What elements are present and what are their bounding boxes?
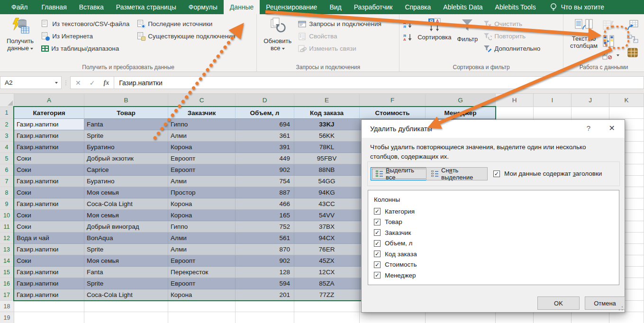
cell-D8[interactable]: 887 bbox=[236, 187, 294, 198]
advanced-filter-button[interactable]: Дополнительно bbox=[483, 44, 540, 54]
cell-A8[interactable]: Соки bbox=[14, 187, 84, 198]
text-to-columns-button[interactable]: Текст по столбцам bbox=[567, 16, 600, 51]
cell-C15[interactable]: Перекресток bbox=[168, 267, 236, 278]
cell-A9[interactable]: Газир.напитки bbox=[14, 198, 84, 210]
cell-B19[interactable] bbox=[84, 312, 168, 323]
cell-D13[interactable]: 870 bbox=[236, 244, 294, 255]
ribbon-tab-11[interactable]: Ablebits Data bbox=[437, 0, 489, 14]
cell-A10[interactable]: Соки bbox=[14, 210, 84, 221]
cell-C4[interactable]: Корона bbox=[168, 142, 236, 153]
cell-D12[interactable]: 561 bbox=[236, 233, 294, 244]
row-header-1[interactable]: 1 bbox=[0, 107, 14, 119]
cell-A15[interactable]: Газир.напитки bbox=[14, 267, 84, 278]
cell-E15[interactable]: 12CX bbox=[294, 267, 360, 278]
cell-B7[interactable]: Буратино bbox=[84, 176, 168, 187]
cell-A6[interactable]: Соки bbox=[14, 164, 84, 176]
cell-K19[interactable] bbox=[609, 312, 644, 323]
row-header-5[interactable]: 5 bbox=[0, 153, 14, 164]
from-web-button[interactable]: Из Интернета bbox=[41, 31, 129, 41]
cell-B1[interactable]: Товар bbox=[84, 107, 168, 119]
checkbox-icon[interactable]: ✓ bbox=[374, 261, 381, 268]
cell-E19[interactable] bbox=[294, 312, 360, 323]
cell-A16[interactable]: Газир.напитки bbox=[14, 278, 84, 289]
checkbox-icon[interactable]: ✓ bbox=[493, 170, 500, 177]
cell-C8[interactable]: Простор bbox=[168, 187, 236, 198]
cell-B11[interactable]: Добрый виноград bbox=[84, 221, 168, 233]
ribbon-tab-8[interactable]: Вид bbox=[323, 0, 347, 14]
ribbon-tab-12[interactable]: Ablebits Tools bbox=[489, 0, 542, 14]
dropdown-caret-icon[interactable] bbox=[617, 54, 619, 56]
cell-A3[interactable]: Газир.напитки bbox=[14, 130, 84, 142]
checkbox-icon[interactable]: ✓ bbox=[374, 219, 381, 225]
cell-A11[interactable]: Соки bbox=[14, 221, 84, 233]
cell-E12[interactable]: 94CX bbox=[294, 233, 360, 244]
cell-D11[interactable]: 752 bbox=[236, 221, 294, 233]
row-header-18[interactable]: 18 bbox=[0, 301, 14, 312]
filter-button[interactable]: Фильтр bbox=[454, 16, 481, 44]
cell-B5[interactable]: Добрый экзотик bbox=[84, 153, 168, 164]
cell-C16[interactable]: Евроопт bbox=[168, 278, 236, 289]
cell-D16[interactable]: 594 bbox=[236, 278, 294, 289]
properties-button[interactable]: Свойства bbox=[298, 31, 381, 41]
cell-B15[interactable]: Fanta bbox=[84, 267, 168, 278]
column-header-H[interactable]: H bbox=[496, 94, 534, 107]
column-header-K[interactable]: K bbox=[609, 94, 644, 107]
cell-B13[interactable]: Sprite bbox=[84, 244, 168, 255]
cancel-entry-icon[interactable]: ✕ bbox=[75, 79, 81, 87]
queries-connections-button[interactable]: Запросы и подключения bbox=[298, 19, 381, 29]
cell-D7[interactable]: 754 bbox=[236, 176, 294, 187]
cell-C11[interactable]: Гиппо bbox=[168, 221, 236, 233]
column-header-G[interactable]: G bbox=[426, 94, 496, 107]
cell-C9[interactable]: Корона bbox=[168, 198, 236, 210]
from-table-range-button[interactable]: Из таблицы/диапазона bbox=[41, 44, 129, 54]
checkbox-icon[interactable]: ✓ bbox=[374, 251, 381, 257]
ribbon-tab-6[interactable]: Данные bbox=[224, 0, 260, 14]
cell-A2[interactable]: Газир.напитки bbox=[14, 119, 84, 130]
cell-C2[interactable]: Гиппо bbox=[168, 119, 236, 130]
select-all-corner[interactable] bbox=[0, 94, 14, 107]
checkbox-icon[interactable]: ✓ bbox=[374, 229, 381, 236]
cell-D17[interactable]: 201 bbox=[236, 289, 294, 301]
cell-A14[interactable]: Соки bbox=[14, 255, 84, 267]
sort-button[interactable]: Я А Сортировка bbox=[415, 16, 454, 42]
dialog-column-item-4[interactable]: ✓Объем, л bbox=[374, 239, 412, 248]
cell-D9[interactable]: 466 bbox=[236, 198, 294, 210]
cell-D6[interactable]: 902 bbox=[236, 164, 294, 176]
dialog-close-button[interactable]: ✕ bbox=[609, 124, 615, 133]
row-header-10[interactable]: 10 bbox=[0, 210, 14, 221]
cell-E13[interactable]: 76ER bbox=[294, 244, 360, 255]
cell-A7[interactable]: Газир.напитки bbox=[14, 176, 84, 187]
cell-I19[interactable] bbox=[534, 312, 571, 323]
row-header-12[interactable]: 12 bbox=[0, 233, 14, 244]
cell-A4[interactable]: Газир.напитки bbox=[14, 142, 84, 153]
reapply-filter-button[interactable]: Повторить bbox=[483, 31, 540, 41]
cell-B14[interactable]: Моя семья bbox=[84, 255, 168, 267]
cell-D5[interactable]: 449 bbox=[236, 153, 294, 164]
cell-E1[interactable]: Код заказа bbox=[294, 107, 360, 119]
tell-me-box[interactable]: Что вы хотите bbox=[545, 0, 609, 14]
select-all-button[interactable]: Выделить все bbox=[371, 167, 428, 180]
cell-E4[interactable]: 78KL bbox=[294, 142, 360, 153]
cell-E7[interactable]: 54GG bbox=[294, 176, 360, 187]
clear-filter-button[interactable]: Очистить bbox=[483, 19, 540, 29]
cell-J1[interactable] bbox=[571, 107, 609, 119]
row-header-14[interactable]: 14 bbox=[0, 255, 14, 267]
refresh-all-button[interactable]: Обновить все bbox=[261, 16, 294, 53]
column-header-D[interactable]: D bbox=[236, 94, 294, 107]
cell-E2[interactable]: 33KJ bbox=[294, 119, 360, 130]
sort-descending-icon[interactable]: Я А bbox=[403, 33, 413, 41]
sort-ascending-icon[interactable]: А Я bbox=[403, 20, 413, 28]
consolidate-icon[interactable] bbox=[627, 20, 638, 30]
cell-K1[interactable] bbox=[609, 107, 644, 119]
from-text-csv-button[interactable]: Из текстового/CSV-файла bbox=[41, 19, 129, 29]
dialog-column-item-3[interactable]: ✓Заказчик bbox=[374, 228, 411, 237]
cell-E17[interactable]: 77ZZ bbox=[294, 289, 360, 301]
cell-F1[interactable]: Стоимость bbox=[360, 107, 426, 119]
row-header-9[interactable]: 9 bbox=[0, 198, 14, 210]
cell-D14[interactable]: 902 bbox=[236, 255, 294, 267]
confirm-entry-icon[interactable]: ✓ bbox=[90, 79, 95, 87]
row-header-3[interactable]: 3 bbox=[0, 130, 14, 142]
dialog-help-button[interactable]: ? bbox=[587, 124, 590, 132]
dialog-column-item-2[interactable]: ✓Товар bbox=[374, 218, 402, 226]
relationships-icon[interactable] bbox=[627, 34, 638, 44]
